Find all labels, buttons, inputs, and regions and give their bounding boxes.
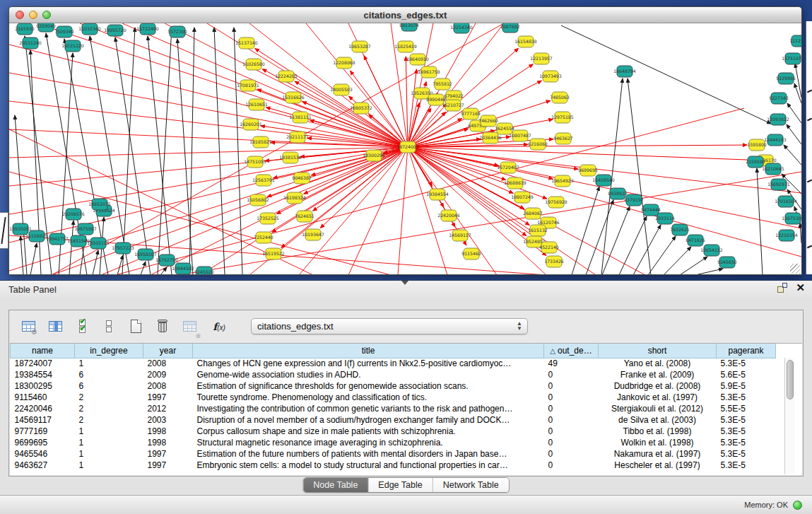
graph-node[interactable]: 14005503	[330, 84, 353, 95]
table-cell[interactable]: 0	[544, 380, 599, 392]
graph-node[interactable]: 16782750	[155, 255, 178, 266]
memory-ok-indicator[interactable]	[793, 501, 802, 510]
table-cell[interactable]: 6	[75, 369, 143, 380]
table-cell[interactable]: 1997	[143, 392, 193, 403]
graph-node[interactable]: 7462660	[478, 115, 498, 127]
graph-node[interactable]: 14751053	[244, 156, 266, 168]
table-cell[interactable]: Wolkin et al. (1998)	[599, 437, 717, 448]
table-cell[interactable]: Changes of HCN gene expression and I(f) …	[193, 358, 544, 369]
table-cell[interactable]: 14569117	[11, 414, 75, 426]
table-cell[interactable]: 9777169	[11, 426, 75, 437]
column-header-out_de[interactable]: △out_de…	[544, 344, 599, 358]
graph-node[interactable]: 14569117	[449, 230, 471, 241]
table-row[interactable]: 1938455462009Genome-wide association stu…	[11, 369, 776, 380]
graph-node[interactable]: 18185821	[249, 136, 272, 148]
graph-node[interactable]: 7252440	[254, 232, 273, 243]
graph-node[interactable]: 16210727	[442, 100, 464, 111]
table-cell[interactable]: Estimation of significance thresholds fo…	[193, 380, 544, 392]
table-cell[interactable]: de Silva et al. (2003)	[599, 414, 717, 426]
close-panel-icon[interactable]: ✕	[796, 283, 805, 293]
select-all-columns-button[interactable]: ✔ ✔	[73, 317, 91, 337]
graph-node[interactable]: 16648794	[613, 66, 636, 77]
table-cell[interactable]: 19384554	[11, 369, 75, 380]
table-cell[interactable]: 2012	[143, 403, 193, 414]
table-cell[interactable]: Stergiakouli et al. (2012)	[599, 403, 717, 414]
graph-node[interactable]: 12210354	[775, 230, 798, 241]
table-cell[interactable]: 0	[544, 392, 599, 403]
table-cell[interactable]: 2008	[143, 358, 193, 369]
table-row[interactable]: 1456911722003Disruption of a novel membe…	[11, 414, 776, 426]
graph-node[interactable]: 7624651	[295, 211, 314, 222]
graph-node[interactable]: 15316626	[282, 92, 305, 103]
column-header-pagerank[interactable]: pagerank	[717, 344, 776, 358]
graph-node[interactable]: 16198324	[283, 192, 306, 204]
table-cell[interactable]: 2009	[143, 369, 193, 380]
table-cell[interactable]: 0	[544, 437, 599, 448]
graph-node[interactable]: 4522140	[539, 242, 559, 253]
unselect-all-columns-button[interactable]	[100, 317, 118, 337]
column-header-short[interactable]: short	[599, 344, 717, 358]
table-cell[interactable]: 18724007	[11, 358, 75, 369]
graph-node[interactable]: 12224205	[275, 71, 298, 82]
graph-node[interactable]: 10973493	[539, 71, 562, 82]
citation-graph[interactable]: 1872400715137140110265801708197112610651…	[9, 23, 801, 275]
table-cell[interactable]: Jankovic et al. (1997)	[599, 392, 717, 403]
graph-node[interactable]: 12610651	[245, 99, 268, 110]
graph-node[interactable]: 11675300	[782, 213, 801, 224]
split-pane-handle[interactable]	[401, 281, 408, 285]
table-cell[interactable]: Yano et al. (2008)	[599, 358, 717, 369]
table-cell[interactable]: 5.3E-5	[717, 437, 776, 448]
table-cell[interactable]: 0	[544, 369, 599, 380]
graph-node[interactable]: 1112544	[789, 35, 801, 47]
float-panel-icon[interactable]	[777, 283, 787, 293]
minimize-window-button[interactable]	[29, 11, 37, 19]
table-cell[interactable]: Estimation of the future numbers of pati…	[193, 448, 544, 460]
table-cell[interactable]: 6	[75, 380, 143, 392]
graph-node[interactable]: 9699695	[578, 165, 598, 176]
table-cell[interactable]: 1	[75, 437, 143, 448]
table-settings-button[interactable]: ⚙	[19, 317, 37, 337]
table-cell[interactable]: 1998	[143, 426, 193, 437]
graph-node[interactable]: 2684067	[523, 208, 543, 219]
graph-node[interactable]: 10807487	[509, 130, 531, 141]
graph-node[interactable]: 16531220	[61, 40, 84, 52]
table-row[interactable]: 969969511998Structural magnetic resonanc…	[11, 437, 776, 448]
graph-node[interactable]: 16905372	[350, 103, 372, 114]
table-row[interactable]: 2242004622012Investigating the contribut…	[11, 403, 776, 414]
graph-node[interactable]: 2165930	[15, 23, 35, 35]
graph-node[interactable]: 12444193	[764, 134, 787, 146]
table-cell[interactable]: 5.3E-5	[717, 426, 776, 437]
graph-node[interactable]: 2087682	[500, 23, 520, 33]
table-cell[interactable]: Franke et al. (2009)	[599, 369, 717, 380]
column-header-title[interactable]: title	[193, 344, 544, 358]
graph-node[interactable]: 12213957	[530, 53, 553, 64]
graph-node[interactable]: 16210645	[762, 163, 784, 175]
graph-node[interactable]: 12093822	[767, 114, 789, 125]
graph-node[interactable]: 30975887	[74, 223, 97, 235]
column-header-name[interactable]: name	[11, 344, 75, 358]
table-cell[interactable]: 5.3E-5	[717, 448, 776, 460]
graph-node[interactable]: 15751074	[782, 53, 801, 64]
table-cell[interactable]: 5.5E-5	[717, 403, 776, 414]
table-cell[interactable]: 9463627	[11, 460, 75, 471]
graph-node[interactable]: 11451940	[67, 235, 90, 247]
graph-node[interactable]: 1615132	[528, 225, 548, 236]
graph-node[interactable]: 15722490	[136, 23, 159, 35]
graph-node[interactable]: 7485063	[550, 92, 570, 103]
table-cell[interactable]: 1	[75, 358, 143, 369]
table-cell[interactable]: 18300295	[11, 380, 75, 392]
zoom-window-button[interactable]	[42, 11, 51, 19]
table-row[interactable]: 911546021997Tourette syndrome. Phenomeno…	[11, 392, 776, 403]
graph-node[interactable]: 7632621	[670, 224, 690, 235]
table-cell[interactable]: Corpus callosum shape and size in male p…	[193, 426, 544, 437]
graph-node[interactable]: 10654112	[700, 245, 723, 256]
table-cell[interactable]: Embryonic stem cells: a model to study s…	[193, 460, 544, 471]
graph-node[interactable]: 18640910	[406, 54, 429, 65]
graph-node[interactable]: 15056802	[247, 194, 269, 206]
graph-node[interactable]: 9259040	[36, 23, 56, 32]
graph-node[interactable]: 18381530	[279, 152, 302, 163]
table-row[interactable]: 1872400712008Changes of HCN gene express…	[11, 358, 776, 369]
table-cell[interactable]: 9699695	[11, 437, 75, 448]
table-cell[interactable]: Disruption of a novel member of a sodium…	[193, 414, 544, 426]
tab-edge-table[interactable]: Edge Table	[368, 478, 433, 492]
